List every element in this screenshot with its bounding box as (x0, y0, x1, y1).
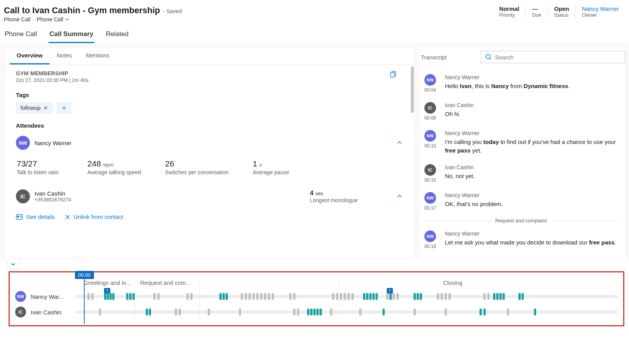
tag-chip[interactable]: followup✕ (16, 102, 53, 114)
header-field-value: Normal (499, 5, 520, 12)
transcript-text: No, not yet. (445, 172, 620, 180)
copy-icon[interactable] (389, 70, 397, 78)
waveform-tick (208, 309, 210, 315)
waveform-tick (483, 293, 486, 300)
waveform-tick (307, 309, 309, 315)
page-title: Call to Ivan Cashin - Gym membership (4, 5, 160, 16)
waveform-tick (340, 293, 342, 300)
header-field-label: Due (532, 12, 541, 18)
search-icon (485, 54, 492, 61)
attendee-2-header[interactable]: IC Ivan Cashin +353892678274 4 sec Longe… (16, 189, 403, 203)
header-field[interactable]: Nancy WarnerOwner (576, 5, 625, 18)
search-input[interactable] (495, 54, 621, 61)
collapse-button[interactable] (396, 140, 403, 146)
separator-dot: · (33, 16, 35, 23)
transcript-time: 00:15 (424, 177, 436, 183)
transcript-text: Let me ask you what made you decide to d… (445, 238, 620, 247)
overview-scroll: GYM MEMBERSHIP Oct 27, 2021 03:30 PM | 2… (4, 65, 414, 258)
transcript-item[interactable]: IC 00:08 Ivan Cashin Oh hi. (420, 97, 622, 125)
waveform-tick (256, 293, 259, 300)
search-box[interactable] (481, 51, 625, 63)
main-tabs: Phone CallCall SummaryRelated (0, 26, 629, 43)
timeline-marker[interactable]: 1 (387, 288, 393, 293)
transcript-speaker: Ivan Cashin (445, 102, 620, 108)
waveform-tick (445, 293, 447, 300)
scrollbar[interactable] (410, 65, 414, 258)
plus-icon: ＋ (61, 103, 68, 113)
waveform-tick (146, 309, 148, 315)
waveform-tick (417, 293, 419, 300)
stat: 1 sAverage pause (253, 159, 299, 175)
waveform-tick (518, 293, 521, 300)
chevron-down-icon (10, 262, 16, 267)
stat: 248 wpmAverage talking speed (87, 159, 141, 175)
attendees-label: Attendees (16, 122, 403, 129)
header-field-label: Owner (582, 12, 597, 18)
transcript-speaker: Nancy Warner (445, 130, 620, 136)
header-left: Call to Ivan Cashin - Gym membership - S… (4, 5, 493, 23)
waveform-tick (420, 293, 422, 300)
waveform-tick (316, 309, 319, 315)
transcript-item[interactable]: IC 00:15 Ivan Cashin No, not yet. (420, 159, 622, 187)
waveform-tick (359, 309, 361, 315)
waveform-tick (507, 309, 509, 315)
waveform-tick (393, 293, 395, 300)
header-field-value: --- (532, 5, 538, 12)
svg-rect-1 (391, 73, 394, 77)
transcript-time: 00:10 (424, 143, 436, 149)
unlink-link[interactable]: Unlink from contact (65, 213, 123, 220)
stat-longest-monologue: 4 sec Longest monologue (310, 189, 358, 203)
track-bar[interactable] (76, 310, 618, 314)
waveform-tick (396, 293, 399, 300)
waveform-tick (190, 293, 193, 300)
stat: 73/27Talk to listen ratio (17, 159, 63, 175)
waveform-tick (534, 309, 536, 315)
attendee-1-header[interactable]: NW Nancy Warner (16, 136, 403, 150)
sub-tab-notes[interactable]: Notes (50, 47, 79, 64)
waveform-tick (320, 309, 322, 315)
transcript-time: 00:17 (424, 205, 436, 211)
segment-labels: Greetings and in...Request and com...Clo… (76, 276, 618, 289)
panel-right: Transcript NW 00:04 Nancy Warner Hello I… (419, 47, 625, 259)
tag-remove-icon[interactable]: ✕ (43, 105, 48, 111)
sub-tab-overview[interactable]: Overview (10, 47, 50, 64)
timeline-marker[interactable]: 1 (104, 288, 110, 293)
page-header: Call to Ivan Cashin - Gym membership - S… (0, 0, 629, 26)
waveform-tick (351, 293, 354, 300)
main-tab-call-summary[interactable]: Call Summary (49, 28, 94, 43)
add-tag-button[interactable]: ＋ (57, 102, 71, 114)
header-field: OpenStatus (548, 5, 575, 18)
waveform-tick (272, 293, 274, 300)
playhead[interactable]: 00:00 (75, 271, 94, 324)
avatar: NW (424, 231, 436, 242)
body: OverviewNotesMentions GYM MEMBERSHIP Oct… (0, 43, 629, 259)
entity-type: Phone Call (4, 16, 31, 23)
segment-label: Request and com... (140, 279, 191, 286)
svg-point-6 (486, 55, 490, 59)
transcript-item[interactable]: NW 00:04 Nancy Warner Hello Ivan, this i… (420, 69, 622, 97)
track-1: NW Nancy War... 11 (15, 289, 618, 304)
waveform-tick (313, 309, 316, 315)
waveform-tick (414, 293, 416, 300)
transcript-item[interactable]: NW 00:10 Nancy Warner I'm calling you to… (420, 125, 622, 159)
avatar: NW (424, 130, 436, 142)
sub-tab-mentions[interactable]: Mentions (79, 47, 116, 64)
form-selector[interactable]: Phone Call (36, 16, 70, 23)
transcript-speaker: Nancy Warner (445, 74, 620, 80)
main-tab-phone-call[interactable]: Phone Call (4, 28, 38, 43)
see-details-link[interactable]: See details (16, 213, 55, 220)
transcript-item[interactable]: NW 00:18 Nancy Warner Let me ask you wha… (420, 226, 622, 254)
stat: 26Switches per conversation (165, 159, 228, 175)
avatar: IC (15, 307, 26, 317)
expand-button[interactable] (7, 260, 19, 269)
transcript-text: OK, that's no problem. (445, 200, 620, 208)
track-bar[interactable]: 11 (76, 295, 618, 298)
waveform-tick (366, 293, 368, 300)
track-name: Ivan Cashin (31, 309, 71, 315)
main-tab-related[interactable]: Related (105, 28, 130, 43)
waveform-tick (487, 293, 490, 300)
timeline-panel: 00:00 Greetings and in...Request and com… (9, 271, 624, 326)
transcript-item[interactable]: NW 00:17 Nancy Warner OK, that's no prob… (420, 187, 622, 215)
tags-label: Tags (16, 92, 403, 98)
collapse-button[interactable] (396, 193, 403, 199)
